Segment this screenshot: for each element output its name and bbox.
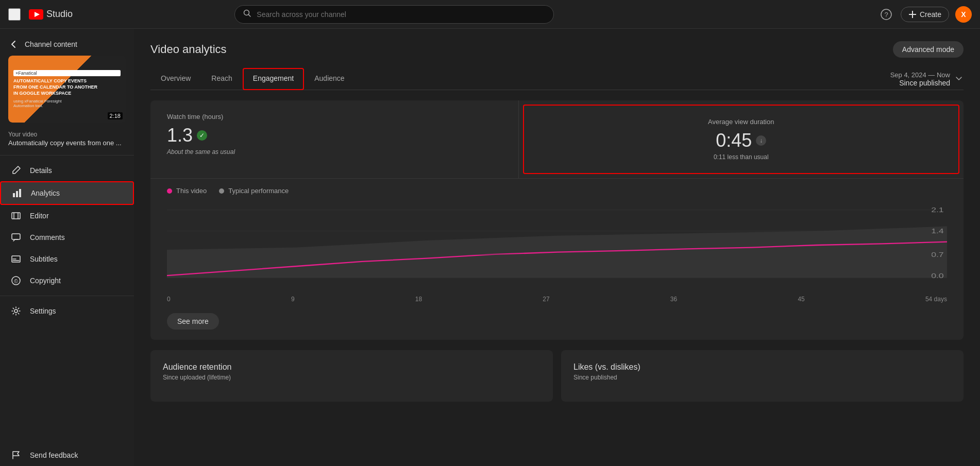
main-content: Video analytics Advanced mode Overview R… [134,29,980,466]
flag-icon [10,450,22,461]
watch-time-note: About the same as usual [167,148,502,156]
subtitles-label: Subtitles [30,255,58,263]
back-icon [8,39,19,49]
comment-icon [10,232,22,243]
avg-duration-label: Average view duration [540,118,942,126]
details-label: Details [30,166,52,175]
sidebar-item-comments[interactable]: Comments [0,227,134,248]
tab-overview[interactable]: Overview [150,68,201,90]
sidebar-item-settings[interactable]: Settings [0,300,134,322]
sidebar-item-copyright[interactable]: © Copyright [0,270,134,291]
send-feedback-label: Send feedback [30,451,78,459]
create-button[interactable]: Create [901,7,949,22]
nav-right: ? Create X [878,6,972,23]
svg-rect-8 [13,193,15,197]
editor-label: Editor [30,212,49,220]
advanced-mode-button[interactable]: Advanced mode [893,41,964,58]
svg-text:?: ? [884,11,888,19]
svg-line-3 [249,15,251,17]
sidebar-item-details[interactable]: Details [0,160,134,181]
sidebar-item-send-feedback[interactable]: Send feedback [0,444,134,466]
avg-duration-value: 0:45 ↓ [540,130,942,151]
top-nav: Studio ? Create X [0,0,980,29]
svg-point-20 [14,309,18,313]
watch-time-label: Watch time (hours) [167,113,502,120]
audience-retention-sub: Since uploaded (lifetime) [163,374,540,381]
help-button[interactable]: ? [878,6,894,23]
sidebar-item-editor[interactable]: Editor [0,205,134,227]
down-icon: ↓ [756,135,766,146]
svg-rect-14 [12,234,20,239]
pencil-icon [10,165,22,176]
likes-dislikes-title: Likes (vs. dislikes) [573,363,951,372]
page-title: Video analytics [150,43,227,56]
app-body: Channel content ×Fanatical AUTOMATICALLY… [0,29,980,466]
x-label-9: 9 [291,296,295,303]
svg-rect-11 [12,213,20,219]
svg-text:©: © [14,279,18,284]
settings-label: Settings [30,307,56,315]
chevron-down-icon [954,74,964,83]
date-range[interactable]: Sep 4, 2024 — Now Since published [890,71,964,87]
youtube-icon [29,9,43,20]
sidebar-back-button[interactable]: Channel content [0,33,134,56]
tab-engagement[interactable]: Engagement [243,68,304,90]
create-label: Create [920,10,941,19]
svg-rect-10 [19,189,21,197]
comments-label: Comments [30,233,65,241]
x-label-0: 0 [167,296,171,303]
likes-dislikes-card: Likes (vs. dislikes) Since published [561,350,964,402]
video-label: Your video Automatically copy events fro… [0,129,134,151]
hamburger-button[interactable] [8,8,21,21]
dates-display: Sep 4, 2024 — Now Since published [890,71,950,87]
sidebar-item-analytics[interactable]: Analytics [0,181,134,205]
copyright-icon: © [10,275,22,286]
typical-dot [219,188,224,194]
x-label-27: 27 [543,296,549,303]
search-input[interactable] [257,10,545,19]
film-icon [10,210,22,221]
legend-this-video: This video [167,187,207,195]
svg-text:0.0: 0.0 [931,272,944,279]
metrics-section: Watch time (hours) 1.3 ✓ About the same … [150,100,964,340]
thumb-main-text: AUTOMATICALLY COPY EVENTSFROM ONE CALEND… [13,78,121,96]
x-axis: 0 9 18 27 36 45 54 days [150,296,964,309]
back-label: Channel content [25,40,77,48]
check-icon: ✓ [197,130,207,141]
thumb-sub-text: using xFanatical ForesightAutomation too… [13,99,121,108]
avatar[interactable]: X [955,6,972,23]
sidebar: Channel content ×Fanatical AUTOMATICALLY… [0,29,134,466]
see-more-button[interactable]: See more [167,313,219,330]
copyright-label: Copyright [30,277,61,285]
analytics-label: Analytics [31,189,60,197]
see-more-row: See more [150,309,964,340]
tab-audience[interactable]: Audience [304,68,354,90]
bar-chart-icon [11,187,23,199]
search-icon [243,9,251,19]
page-header: Video analytics Advanced mode [150,41,964,58]
thumb-image: ×Fanatical AUTOMATICALLY COPY EVENTSFROM… [8,56,126,123]
chart-svg: 2.1 1.4 0.7 0.0 [167,203,947,287]
sidebar-item-subtitles[interactable]: Subtitles [0,248,134,270]
your-video-label: Your video [8,131,126,138]
svg-rect-9 [16,191,18,197]
tabs: Overview Reach Engagement Audience [150,68,355,90]
tabs-row: Overview Reach Engagement Audience Sep 4… [150,68,964,90]
chart-container: 2.1 1.4 0.7 0.0 [150,203,964,296]
subtitles-icon [10,253,22,265]
this-video-label: This video [176,187,207,195]
nav-left: Studio [8,8,73,21]
audience-retention-title: Audience retention [163,363,540,372]
x-label-45: 45 [798,296,804,303]
search-bar [234,5,554,24]
bottom-cards: Audience retention Since uploaded (lifet… [150,350,964,402]
legend-typical: Typical performance [219,187,289,195]
tab-reach[interactable]: Reach [201,68,242,90]
x-label-36: 36 [670,296,677,303]
likes-dislikes-sub: Since published [573,374,951,381]
logo: Studio [29,9,73,20]
x-label-54: 54 days [925,296,947,303]
thumb-brand: ×Fanatical [13,70,121,76]
gear-icon [10,305,22,317]
chart-legend: This video Typical performance [150,179,964,203]
